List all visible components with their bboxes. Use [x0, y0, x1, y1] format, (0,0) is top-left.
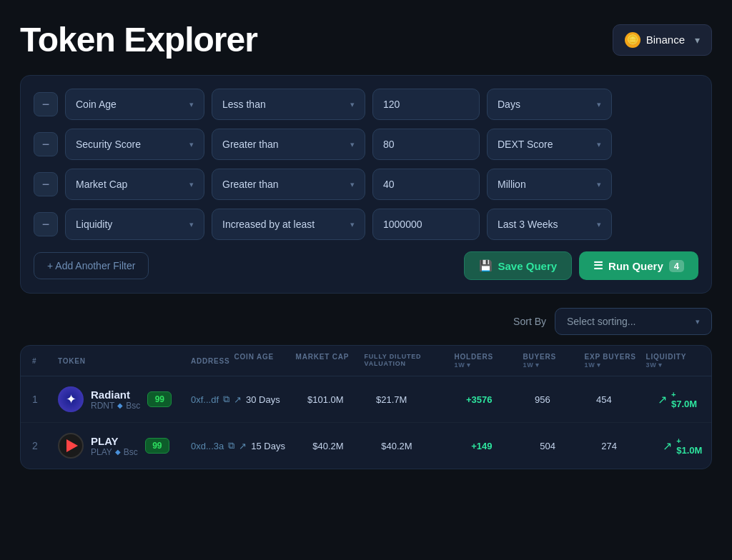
buyers: 504	[540, 441, 597, 451]
operator-chevron-icon: ▾	[350, 180, 355, 189]
table-row[interactable]: 2 PLAY PLAY ◆ Bsc 99 0xd...3a ⧉ ↗ 15 Day…	[21, 423, 711, 469]
filter-field-select[interactable]: Market Cap ▾	[65, 169, 204, 200]
run-query-button[interactable]: ☰ Run Query 4	[579, 251, 698, 280]
filter-panel: − Coin Age ▾ Less than ▾ 120 Days ▾ − Se…	[20, 75, 712, 294]
filter-value-input[interactable]: 1000000	[372, 209, 480, 240]
coin-age: 30 Days	[246, 394, 303, 405]
liquidity-prefix: +	[676, 436, 702, 445]
exchange-name: Binance	[646, 34, 685, 46]
token-info: PLAY PLAY ◆ Bsc	[91, 435, 138, 457]
results-header: Sort By Select sorting... ▾	[20, 308, 712, 335]
filter-value-input[interactable]: 80	[372, 129, 480, 160]
filter-unit-label: Million	[498, 179, 591, 190]
filter-operator-label: Less than	[222, 99, 345, 110]
filter-field-label: Market Cap	[76, 179, 184, 190]
filter-value: 40	[383, 179, 395, 190]
filter-field-select[interactable]: Liquidity ▾	[65, 209, 204, 240]
filter-field-label: Coin Age	[76, 99, 184, 110]
field-chevron-icon: ▾	[189, 140, 194, 149]
holders: +149	[471, 441, 535, 451]
security-badge: 99	[145, 438, 169, 454]
sort-select[interactable]: Select sorting... ▾	[555, 308, 712, 335]
token-avatar	[58, 433, 84, 459]
filter-value: 80	[383, 139, 395, 150]
col-token: TOKEN	[58, 353, 187, 369]
liquidity-cell: ↗ + $7.0M	[658, 390, 712, 409]
field-chevron-icon: ▾	[189, 180, 194, 189]
filter-value-input[interactable]: 120	[372, 89, 480, 120]
operator-chevron-icon: ▾	[350, 140, 355, 149]
operator-chevron-icon: ▾	[350, 100, 355, 109]
remove-filter-button[interactable]: −	[34, 172, 58, 196]
exchange-selector[interactable]: 🪙 Binance ▾	[613, 24, 712, 56]
exp-buyers: 274	[601, 441, 658, 451]
unit-chevron-icon: ▾	[597, 140, 601, 149]
filter-operator-select[interactable]: Greater than ▾	[212, 129, 365, 160]
save-query-button[interactable]: 💾 Save Query	[464, 251, 573, 280]
page-title: Token Explorer	[20, 20, 257, 59]
token-avatar: ✦	[58, 386, 84, 412]
filter-operator-select[interactable]: Less than ▾	[212, 89, 365, 120]
filter-operator-label: Increased by at least	[222, 219, 345, 230]
link-icon[interactable]: ↗	[234, 394, 242, 405]
filter-field-label: Liquidity	[76, 219, 184, 230]
filter-value: 1000000	[383, 219, 422, 230]
link-icon[interactable]: ↗	[239, 441, 247, 451]
copy-icon[interactable]: ⧉	[228, 440, 234, 451]
filter-operator-label: Greater than	[222, 139, 345, 150]
filter-field-select[interactable]: Coin Age ▾	[65, 89, 204, 120]
col-address: ADDRESS	[191, 353, 230, 369]
results-table: # TOKEN ADDRESS COIN AGE MARKET CAP FULL…	[20, 345, 712, 469]
filter-value: 120	[383, 99, 400, 110]
sort-chevron-icon: ▾	[696, 317, 700, 326]
token-address[interactable]: 0xd...3a ⧉ ↗	[191, 440, 247, 451]
unit-chevron-icon: ▾	[597, 180, 601, 189]
filter-row-4: − Liquidity ▾ Increased by at least ▾ 10…	[34, 209, 698, 240]
token-address[interactable]: 0xf...df ⧉ ↗	[191, 394, 242, 405]
col-exp-buyers: EXP BUYERS 1W ▾	[585, 353, 642, 369]
field-chevron-icon: ▾	[189, 100, 194, 109]
liquidity-prefix: +	[671, 390, 697, 399]
remove-filter-button[interactable]: −	[34, 212, 58, 236]
token-symbol: RDNT ◆ Bsc	[91, 401, 140, 411]
filter-unit-select[interactable]: Last 3 Weeks ▾	[487, 209, 612, 240]
filter-value-input[interactable]: 40	[372, 169, 480, 200]
token-name: Radiant	[91, 389, 140, 401]
filter-operator-select[interactable]: Increased by at least ▾	[212, 209, 365, 240]
liquidity-value: $7.0M	[671, 399, 697, 409]
holders-period: 1W ▾	[455, 361, 471, 369]
filter-unit-select[interactable]: DEXT Score ▾	[487, 129, 612, 160]
remove-filter-button[interactable]: −	[34, 132, 58, 156]
trend-up-icon: ↗	[658, 393, 667, 406]
filter-unit-label: Days	[498, 99, 591, 110]
buyers: 956	[535, 394, 592, 405]
liquidity-value: $1.0M	[676, 445, 702, 456]
run-icon: ☰	[593, 259, 603, 272]
exp-buyers-period: 1W ▾	[585, 361, 601, 369]
market-cap: $40.2M	[312, 441, 377, 451]
filter-row-2: − Security Score ▾ Greater than ▾ 80 DEX…	[34, 129, 698, 160]
sort-by-label: Sort By	[513, 316, 546, 327]
col-liquidity: LIQUIDITY 3W ▾	[646, 353, 713, 369]
filter-field-select[interactable]: Security Score ▾	[65, 129, 204, 160]
save-query-label: Save Query	[498, 260, 558, 272]
filter-unit-select[interactable]: Days ▾	[487, 89, 612, 120]
holders: +3576	[466, 394, 530, 405]
unit-chevron-icon: ▾	[597, 100, 601, 109]
sort-placeholder: Select sorting...	[567, 316, 636, 327]
filter-row-3: − Market Cap ▾ Greater than ▾ 40 Million…	[34, 169, 698, 200]
filter-operator-label: Greater than	[222, 179, 345, 190]
run-query-label: Run Query	[608, 260, 663, 272]
chain-icon: ◆	[115, 448, 121, 456]
buyers-period: 1W ▾	[523, 361, 540, 369]
filter-operator-select[interactable]: Greater than ▾	[212, 169, 365, 200]
address-text: 0xf...df	[191, 394, 219, 405]
filter-unit-select[interactable]: Million ▾	[487, 169, 612, 200]
col-fdv: FULLY DILUTED VALUATION	[365, 353, 450, 369]
add-filter-button[interactable]: + Add Another Filter	[34, 252, 149, 279]
remove-filter-button[interactable]: −	[34, 92, 58, 116]
table-row[interactable]: 1 ✦ Radiant RDNT ◆ Bsc 99 0xf...df ⧉ ↗ 3…	[21, 376, 711, 423]
table-header: # TOKEN ADDRESS COIN AGE MARKET CAP FULL…	[21, 346, 711, 376]
action-buttons: 💾 Save Query ☰ Run Query 4	[464, 251, 698, 280]
copy-icon[interactable]: ⧉	[223, 394, 229, 405]
